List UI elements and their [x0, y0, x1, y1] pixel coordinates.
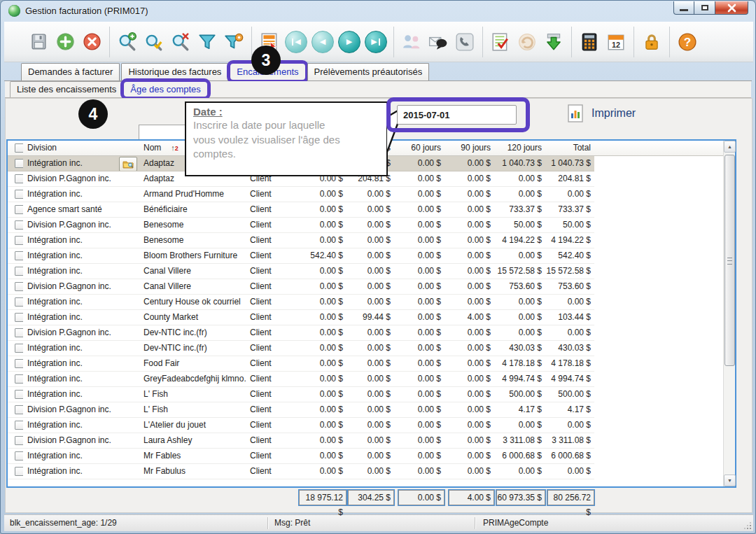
row-division: Intégration inc.: [23, 387, 139, 402]
lock-button[interactable]: [638, 27, 665, 57]
row-60-jours: 0.00 $: [394, 233, 444, 248]
table-row[interactable]: Division P.Gagnon inc. Dev-NTIC inc.(fr)…: [8, 325, 723, 341]
row-checkbox[interactable]: [8, 295, 23, 310]
row-courant: 0.00 $: [289, 264, 346, 279]
close-button[interactable]: [715, 1, 748, 15]
scrollbar-thumb[interactable]: [724, 155, 735, 366]
table-row[interactable]: Intégration inc. L' Fish Client 0.00 $ 0…: [8, 387, 723, 402]
tab-historique-des-factures[interactable]: Historique des factures: [121, 63, 228, 80]
add-button[interactable]: [52, 27, 78, 57]
calculator-button[interactable]: [576, 27, 603, 57]
row-checkbox[interactable]: [8, 279, 23, 295]
row-checkbox[interactable]: [8, 433, 23, 449]
header-total[interactable]: Total: [545, 141, 594, 155]
row-120-jours: 733.37 $: [494, 202, 545, 218]
row-checkbox[interactable]: [8, 341, 23, 356]
vertical-scrollbar[interactable]: ▲ ▼: [723, 141, 735, 486]
row-checkbox[interactable]: [8, 464, 23, 479]
tab-prelevements-preautorises[interactable]: Prélèvements préautorisés: [307, 63, 430, 80]
table-row[interactable]: Intégration inc. Food Fair Client 0.00 $…: [8, 356, 723, 372]
subtab-age-des-comptes[interactable]: Âge des comptes: [123, 81, 207, 97]
table-row[interactable]: Division P.Gagnon inc. Benesome Client 0…: [8, 218, 723, 233]
contacts-button[interactable]: [398, 27, 425, 57]
row-checkbox[interactable]: [8, 402, 23, 418]
table-row[interactable]: Intégration inc. Bloom Brothers Furnitur…: [8, 248, 723, 264]
row-30-jours: 0.00 $: [346, 218, 394, 233]
tasks-button[interactable]: [487, 27, 514, 57]
row-checkbox[interactable]: [8, 310, 23, 325]
row-60-jours: 0.00 $: [394, 387, 444, 402]
row-checkbox[interactable]: [8, 418, 23, 433]
restore-button[interactable]: [694, 1, 715, 15]
row-checkbox[interactable]: [8, 372, 23, 387]
open-record-button[interactable]: [119, 157, 137, 171]
subtab-liste-des-encaissements[interactable]: Liste des encaissements: [10, 81, 123, 97]
row-checkbox[interactable]: [8, 449, 23, 464]
table-row[interactable]: Division P.Gagnon inc. L' Fish Client 0.…: [8, 402, 723, 418]
table-row[interactable]: Division P.Gagnon inc. Laura Ashley Clie…: [8, 433, 723, 449]
row-90-jours: 0.00 $: [444, 295, 494, 310]
row-checkbox[interactable]: [8, 233, 23, 248]
date-input[interactable]: [397, 105, 517, 125]
undo-button[interactable]: [514, 27, 540, 57]
nav-previous-button[interactable]: ◀: [309, 27, 336, 57]
row-checkbox[interactable]: [8, 156, 23, 171]
nav-first-button[interactable]: ◀: [283, 27, 309, 57]
row-60-jours: 0.00 $: [394, 171, 444, 187]
header-120-jours[interactable]: 120 jours: [494, 141, 545, 155]
row-90-jours: 0.00 $: [444, 233, 494, 248]
tab-demandes-a-facturer[interactable]: Demandes à facturer: [21, 63, 120, 80]
search-add-button[interactable]: [114, 27, 141, 57]
table-row[interactable]: Intégration inc. Canal Villere Client 0.…: [8, 264, 723, 279]
search-accept-button[interactable]: [141, 27, 167, 57]
delete-button[interactable]: [78, 27, 105, 57]
search-remove-button[interactable]: [167, 27, 194, 57]
save-button[interactable]: [25, 27, 52, 57]
row-checkbox[interactable]: [8, 187, 23, 202]
table-row[interactable]: Division P.Gagnon inc. Canal Villere Cli…: [8, 279, 723, 295]
download-button[interactable]: [540, 27, 567, 57]
title-bar[interactable]: Gestion facturation (PRIM017): [1, 1, 755, 22]
header-checkbox[interactable]: [8, 141, 23, 155]
scroll-down-icon[interactable]: ▼: [724, 475, 736, 486]
header-90-jours[interactable]: 90 jours: [444, 141, 494, 155]
help-button[interactable]: ?: [674, 27, 701, 57]
table-row[interactable]: Intégration inc. Century House ok courri…: [8, 295, 723, 310]
print-button[interactable]: Imprimer: [568, 104, 636, 122]
table-row[interactable]: Intégration inc. County Market Client 0.…: [8, 310, 723, 325]
row-checkbox[interactable]: [8, 387, 23, 402]
table-row[interactable]: Intégration inc. Mr Fables Client 0.00 $…: [8, 449, 723, 464]
row-90-jours: 0.00 $: [444, 156, 494, 171]
row-checkbox[interactable]: [8, 218, 23, 233]
row-90-jours: 4.00 $: [444, 310, 494, 325]
table-row[interactable]: Intégration inc. Benesome Client 0.00 $ …: [8, 233, 723, 248]
minimize-button[interactable]: [673, 1, 694, 15]
filter-button[interactable]: [194, 27, 220, 57]
table-row[interactable]: Intégration inc. Armand Prud'Homme Clien…: [8, 187, 723, 202]
nav-last-button[interactable]: ▶: [363, 27, 389, 57]
row-checkbox[interactable]: [8, 264, 23, 279]
row-90-jours: 0.00 $: [444, 187, 494, 202]
table-row[interactable]: Intégration inc. GreyFadeabcdefghij klmn…: [8, 372, 723, 387]
row-checkbox[interactable]: [8, 202, 23, 218]
table-row[interactable]: Agence smart santé Bénéficiaire Client 0…: [8, 202, 723, 218]
row-checkbox[interactable]: [8, 171, 23, 187]
table-row[interactable]: Intégration inc. L'Atelier du jouet Clie…: [8, 418, 723, 433]
resize-grip[interactable]: [750, 528, 751, 529]
row-checkbox[interactable]: [8, 356, 23, 372]
nav-next-button[interactable]: ▶: [336, 27, 363, 57]
row-division: Intégration inc.: [23, 356, 139, 372]
scroll-up-icon[interactable]: ▲: [724, 141, 736, 153]
table-row[interactable]: Intégration inc. Mr Fabulus Client 0.00 …: [8, 464, 723, 479]
calendar-button[interactable]: 12: [603, 27, 629, 57]
filter-advanced-button[interactable]: [220, 27, 247, 57]
row-checkbox[interactable]: [8, 325, 23, 341]
row-30-jours: 0.00 $: [346, 356, 394, 372]
phone-button[interactable]: [451, 27, 478, 57]
messages-button[interactable]: [425, 27, 451, 57]
row-checkbox[interactable]: [8, 248, 23, 264]
row-120-jours: 4 994.74 $: [494, 372, 545, 387]
header-division[interactable]: Division: [23, 141, 139, 155]
row-type: Client: [246, 449, 289, 464]
table-row[interactable]: Intégration inc. Dev-NTIC inc.(fr) Clien…: [8, 341, 723, 356]
